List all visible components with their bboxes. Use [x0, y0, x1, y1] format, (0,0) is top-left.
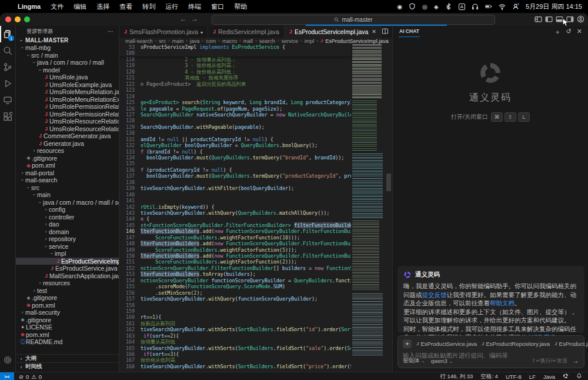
- settings-gear-icon[interactable]: [0, 352, 15, 368]
- new-chat-icon[interactable]: ＋: [554, 28, 561, 36]
- inline-link[interactable]: 帮助文档: [490, 299, 514, 306]
- tree-item[interactable]: ◈.gitignore: [16, 155, 119, 162]
- scrollbar-thumb[interactable]: [386, 174, 391, 191]
- tree-item[interactable]: ◈.gitignore: [16, 316, 119, 324]
- tree-item[interactable]: JUmsRole.java: [16, 74, 119, 81]
- navigate-back-icon[interactable]: ←: [180, 15, 187, 23]
- editor-tab[interactable]: JRedisServiceImpl.java: [208, 26, 285, 38]
- tree-item[interactable]: JUmsRoleResourceRelationExample.j…: [16, 125, 119, 133]
- breadcrumb-item[interactable]: macro: [222, 38, 237, 44]
- breadcrumb-item[interactable]: mall-search: [125, 38, 153, 44]
- status-item-4[interactable]: LF: [529, 374, 536, 380]
- breadcrumb[interactable]: mall-search›src›main›java›com›macro›mall…: [119, 38, 392, 44]
- close-window-button[interactable]: [5, 16, 11, 22]
- explorer-section-2[interactable]: ›时间线: [16, 362, 119, 371]
- breadcrumb-item[interactable]: impl: [305, 38, 315, 44]
- bluetooth-icon[interactable]: [445, 3, 452, 10]
- context-chip[interactable]: JEsProduct.java: [554, 341, 588, 347]
- command-center-search[interactable]: mall-master: [212, 15, 495, 25]
- tree-item[interactable]: ›controller: [16, 214, 119, 221]
- tree-item[interactable]: ›src: [16, 184, 119, 192]
- tree-item[interactable]: ›service: [16, 243, 119, 251]
- send-button[interactable]: →: [572, 356, 579, 365]
- tree-item[interactable]: ›mall-mbg: [16, 44, 119, 52]
- tree-item[interactable]: ⓘREADME.md: [16, 338, 119, 346]
- lingma-status-icon[interactable]: [563, 373, 569, 380]
- inline-link[interactable]: 提交反馈: [422, 291, 447, 298]
- tree-item[interactable]: JCommentGenerator.java: [16, 132, 119, 140]
- customize-layout-icon[interactable]: [534, 15, 542, 23]
- menubar-item-9[interactable]: 帮助: [234, 2, 247, 11]
- add-context-button[interactable]: +: [403, 339, 412, 348]
- tree-item[interactable]: JEsProductService.java: [16, 265, 119, 272]
- breadcrumb-item[interactable]: EsProductServiceImpl.java: [325, 38, 389, 44]
- breadcrumb-item[interactable]: java: [190, 38, 200, 44]
- extensions-activity-icon[interactable]: [0, 108, 15, 125]
- breadcrumb-item[interactable]: main: [172, 38, 184, 44]
- breadcrumb-item[interactable]: src: [159, 38, 166, 44]
- breadcrumb-item[interactable]: com: [206, 38, 216, 44]
- shield-icon[interactable]: [409, 3, 416, 10]
- minimize-window-button[interactable]: [15, 16, 21, 22]
- tree-item[interactable]: JUmsRoleResourceRelation.java: [16, 118, 119, 125]
- search-activity-icon[interactable]: [0, 42, 15, 59]
- breadcrumb-item[interactable]: search: [259, 38, 275, 44]
- mode-dropdown[interactable]: 智能体 ⌄: [403, 357, 425, 365]
- menubar-item-2[interactable]: 编辑: [74, 2, 86, 11]
- breadcrumb-item[interactable]: mall: [243, 38, 253, 44]
- status-item-5[interactable]: Java: [543, 374, 555, 380]
- remote-indicator[interactable]: ><: [0, 372, 14, 380]
- minimap[interactable]: [351, 44, 385, 372]
- tree-item[interactable]: ›resources: [16, 147, 119, 155]
- explorer-section-1[interactable]: ›大纲: [16, 354, 119, 362]
- tree-item[interactable]: JUmsRolePermissionRelation.java: [16, 103, 119, 111]
- explorer-activity-icon[interactable]: 1: [0, 26, 15, 42]
- wifi-icon[interactable]: [499, 3, 506, 10]
- close-panel-icon[interactable]: ✕: [577, 28, 582, 36]
- tree-item[interactable]: ›domain: [16, 228, 119, 236]
- notifications-bell-icon[interactable]: [576, 373, 582, 380]
- project-root-item[interactable]: › MALL-MASTER: [16, 36, 119, 44]
- menubar-item-1[interactable]: 文件: [51, 2, 64, 11]
- tree-item[interactable]: ›resources: [16, 279, 119, 287]
- tree-item[interactable]: ◈.gitignore: [16, 294, 119, 302]
- tag-icon[interactable]: ◈: [434, 4, 439, 10]
- tree-item[interactable]: ›java / com / macro / mall: [16, 59, 119, 66]
- tab-ai-chat[interactable]: AI CHAT: [399, 26, 420, 37]
- status-item-3[interactable]: UTF-8: [506, 374, 522, 380]
- status-item-2[interactable]: 空格: 4: [480, 373, 498, 380]
- battery-icon[interactable]: [485, 3, 492, 10]
- split-editor-icon[interactable]: [382, 26, 389, 37]
- close-tab-icon[interactable]: ✕: [372, 29, 376, 35]
- tree-item[interactable]: ◉pom.xml: [16, 302, 119, 309]
- app-name[interactable]: Lingma: [18, 3, 41, 10]
- tree-item[interactable]: ›mall-security: [16, 309, 119, 316]
- tree-item[interactable]: JGenerator.java: [16, 140, 119, 148]
- editor-tab[interactable]: JSmsFlashPromotion.java●: [119, 26, 208, 38]
- tree-item[interactable]: JUmsRolePermissionRelationExample.j…: [16, 111, 119, 118]
- tree-item[interactable]: JUmsRoleExample.java: [16, 81, 119, 89]
- tree-item[interactable]: ›test: [16, 287, 119, 295]
- editor-scrollbar[interactable]: [385, 44, 392, 372]
- toggle-primary-sidebar-icon[interactable]: [545, 15, 553, 23]
- user-switch-icon[interactable]: [512, 3, 519, 10]
- problems-indicator[interactable]: ⊘0 ⚠0: [19, 374, 42, 380]
- tree-item[interactable]: ›repository: [16, 235, 119, 243]
- context-chip[interactable]: JEsProductService.java: [416, 341, 477, 347]
- source-control-activity-icon[interactable]: [0, 59, 15, 75]
- run-debug-activity-icon[interactable]: [0, 75, 15, 92]
- screen-record-icon[interactable]: ◎: [422, 4, 427, 10]
- tree-item[interactable]: ✦LICENSE: [16, 324, 119, 331]
- status-item-1[interactable]: 行 146, 列 33: [440, 373, 473, 380]
- menubar-item-5[interactable]: 转到: [142, 2, 155, 11]
- maximize-window-button[interactable]: [24, 16, 30, 22]
- tree-item[interactable]: JUmsRoleMenuRelationExample.java: [16, 96, 119, 104]
- tree-item[interactable]: JEsProductServiceImpl.java: [16, 258, 119, 265]
- tree-item[interactable]: ›mall-portal: [16, 169, 119, 177]
- remote-activity-icon[interactable]: [0, 92, 15, 108]
- breadcrumb-item[interactable]: service: [281, 38, 298, 44]
- tree-item[interactable]: ›main: [16, 191, 119, 199]
- tree-item[interactable]: ◉pom.xml: [16, 162, 119, 169]
- menubar-item-6[interactable]: 运行: [165, 2, 178, 11]
- tree-item[interactable]: ›mall-search: [16, 176, 119, 184]
